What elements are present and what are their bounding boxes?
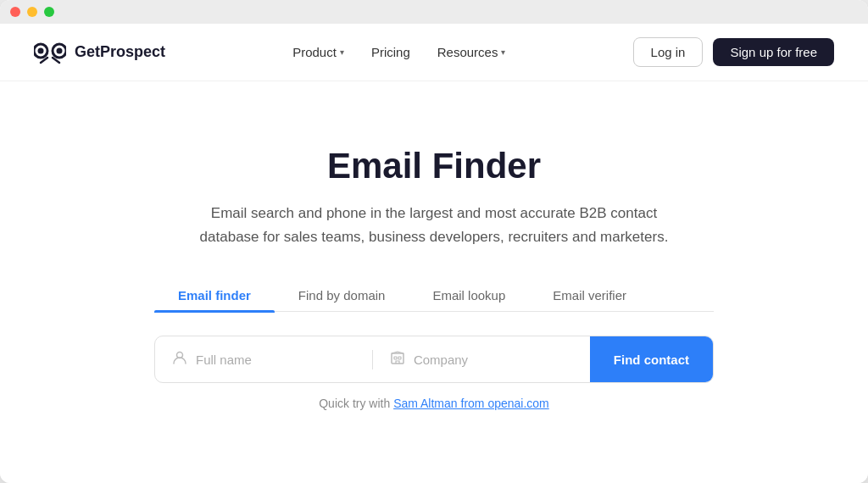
person-icon [172,350,187,369]
chevron-down-icon: ▾ [340,47,344,57]
find-contact-button[interactable]: Find contact [590,336,713,382]
hero-subtitle: Email search and phone in the largest an… [197,202,671,249]
svg-point-2 [38,47,44,53]
close-dot[interactable] [10,7,20,17]
maximize-dot[interactable] [44,7,54,17]
company-input[interactable] [414,353,573,367]
finder-tabs: Email finder Find by domain Email lookup… [154,280,714,312]
quick-try-prefix: Quick try with [319,397,393,410]
building-icon [390,350,405,369]
fullname-field-container [155,350,373,369]
nav-actions: Log in Sign up for free [633,37,834,67]
page-content: GetProspect Product ▾ Pricing Resources … [0,24,868,483]
quick-try: Quick try with Sam Altman from openai.co… [319,397,549,410]
nav-links: Product ▾ Pricing Resources ▾ [292,45,505,59]
tab-email-verifier[interactable]: Email verifier [529,280,650,311]
login-button[interactable]: Log in [633,37,704,67]
hero-section: Email Finder Email search and phone in t… [0,81,868,483]
tab-email-finder[interactable]: Email finder [154,280,275,311]
quick-try-link[interactable]: Sam Altman from openai.com [393,397,549,410]
company-field-container [373,350,590,369]
fullname-input[interactable] [196,353,355,367]
app-window: GetProspect Product ▾ Pricing Resources … [0,0,868,483]
chevron-down-icon: ▾ [501,47,505,57]
signup-button[interactable]: Sign up for free [713,38,834,66]
hero-title: Email Finder [327,146,541,186]
nav-pricing-label: Pricing [371,45,410,59]
nav-resources-label: Resources [437,45,498,59]
logo[interactable]: GetProspect [34,41,165,64]
navbar: GetProspect Product ▾ Pricing Resources … [0,24,868,81]
svg-rect-7 [392,353,403,364]
svg-rect-9 [398,357,401,359]
nav-pricing[interactable]: Pricing [371,45,410,59]
logo-text: GetProspect [75,43,165,61]
search-bar: Find contact [154,336,714,383]
nav-resources[interactable]: Resources ▾ [437,45,506,59]
nav-product[interactable]: Product ▾ [292,45,344,59]
tab-email-lookup[interactable]: Email lookup [409,280,529,311]
svg-rect-8 [394,357,397,359]
svg-point-3 [57,47,63,53]
logo-icon [34,41,66,64]
minimize-dot[interactable] [27,7,37,17]
tab-find-by-domain[interactable]: Find by domain [275,280,409,311]
nav-product-label: Product [292,45,337,59]
titlebar [0,0,868,24]
